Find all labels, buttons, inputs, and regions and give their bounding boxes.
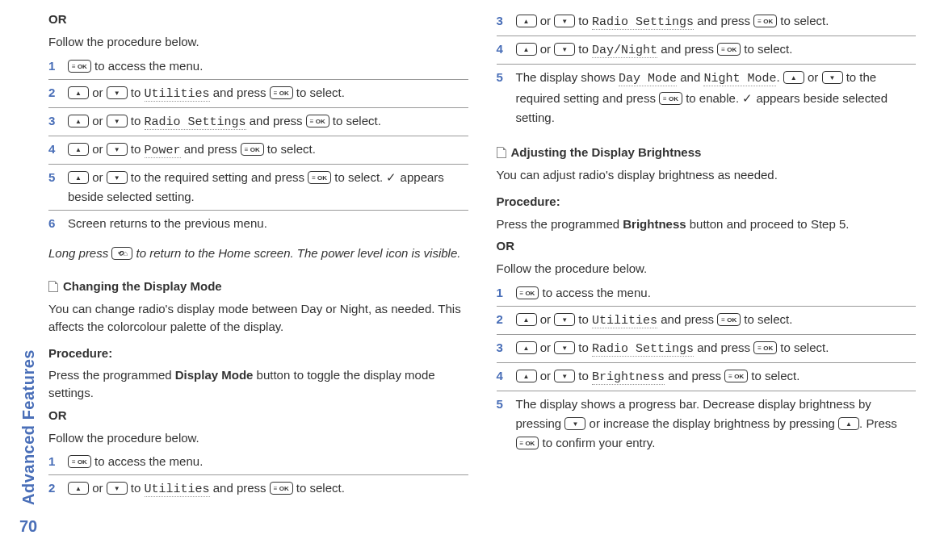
down-button-icon xyxy=(107,171,128,184)
step-text: to select. xyxy=(293,481,345,495)
menu-item: Radio Settings xyxy=(145,115,246,130)
step-text: to xyxy=(128,481,145,495)
step-number: 1 xyxy=(48,56,68,76)
step-row: 6 Screen returns to the previous menu. xyxy=(48,211,468,236)
step-text: and press xyxy=(210,86,270,99)
check-icon: ✓ xyxy=(742,91,753,105)
down-button-icon xyxy=(107,115,128,127)
step-text: to access the menu. xyxy=(539,286,650,299)
description-text: You can change radio's display mode betw… xyxy=(48,300,468,336)
step-text: to enable. xyxy=(682,91,742,105)
follow-text: Follow the procedure below. xyxy=(48,33,468,51)
procedure-text: Press the programmed Brightness button a… xyxy=(497,215,917,233)
or-label: OR xyxy=(48,408,67,422)
step-body: or to the required setting and press to … xyxy=(68,168,468,207)
step-number: 2 xyxy=(497,310,516,329)
step-text: The display shows xyxy=(516,70,619,84)
down-button-icon xyxy=(554,43,575,56)
section-heading: Adjusting the Display Brightness xyxy=(497,145,917,159)
step-text: or xyxy=(89,142,107,156)
right-column: 3 or to Radio Settings and press to sele… xyxy=(497,8,917,552)
step-number: 4 xyxy=(48,140,68,159)
step-number: 2 xyxy=(48,83,68,102)
step-text: to xyxy=(575,312,592,326)
step-text: to access the menu. xyxy=(91,59,203,73)
down-button-icon xyxy=(554,313,575,326)
down-button-icon xyxy=(107,482,128,495)
ok-button-icon xyxy=(717,43,741,56)
step-row: 2 or to Utilities and press to select. xyxy=(497,307,917,335)
step-number: 3 xyxy=(497,338,516,357)
document-icon xyxy=(497,147,506,158)
down-button-icon xyxy=(822,71,843,84)
step-text: or xyxy=(89,170,107,184)
up-button-icon xyxy=(516,341,537,354)
left-column: OR Follow the procedure below. 1 to acce… xyxy=(48,8,468,552)
section-heading: Changing the Display Mode xyxy=(48,279,468,293)
step-number: 5 xyxy=(497,395,516,414)
step-body: Screen returns to the previous menu. xyxy=(68,214,468,233)
menu-item: Radio Settings xyxy=(592,342,694,357)
step-text: to xyxy=(575,369,592,382)
down-button-icon xyxy=(107,86,128,99)
ok-button-icon xyxy=(68,60,91,73)
proc-part: button and proceed to Step 5. xyxy=(686,217,850,231)
procedure-label: Procedure: xyxy=(48,345,468,362)
heading-text: Adjusting the Display Brightness xyxy=(511,145,702,159)
step-row: 3 or to Radio Settings and press to sele… xyxy=(48,108,468,136)
step-number: 2 xyxy=(48,479,68,498)
step-body: or to Utilities and press to select. xyxy=(68,83,468,104)
step-body: to access the menu. xyxy=(68,452,468,471)
step-row: 2 or to Utilities and press to select. xyxy=(48,80,468,108)
step-row: 4 or to Power and press to select. xyxy=(48,136,468,165)
step-text: to select. xyxy=(777,341,829,354)
menu-item: Power xyxy=(145,144,181,158)
step-number: 5 xyxy=(48,168,68,187)
step-text: and press xyxy=(657,42,717,56)
step-body: or to Day/Night and press to select. xyxy=(516,40,917,61)
step-text: and press xyxy=(246,114,306,127)
step-text: to the required setting and press xyxy=(128,170,308,184)
ok-button-icon xyxy=(270,482,293,495)
ok-button-icon xyxy=(516,286,539,299)
step-text: to select. xyxy=(293,86,345,99)
step-number: 4 xyxy=(497,366,516,386)
step-text: to select. xyxy=(741,312,792,326)
proc-part: Press the programmed xyxy=(497,217,623,231)
ok-button-icon xyxy=(516,437,539,449)
step-body: or to Utilities and press to select. xyxy=(68,479,468,499)
section-label: Advanced Features xyxy=(19,349,38,505)
follow-text: Follow the procedure below. xyxy=(48,429,468,447)
step-text: to xyxy=(575,341,592,354)
step-number: 5 xyxy=(497,68,516,87)
up-button-icon xyxy=(516,43,537,56)
step-text: and press xyxy=(181,142,241,156)
proc-part: Press the programmed xyxy=(48,368,175,382)
step-row: 4 or to Day/Night and press to select. xyxy=(497,36,917,65)
step-text: . Press xyxy=(859,416,897,430)
up-button-icon xyxy=(68,171,89,184)
up-button-icon xyxy=(516,370,537,382)
sidebar: Advanced Features 70 xyxy=(8,8,48,552)
step-text: to xyxy=(128,114,145,127)
step-body: to access the menu. xyxy=(68,56,468,76)
step-text: or xyxy=(537,341,555,354)
step-body: or to Power and press to select. xyxy=(68,140,468,161)
step-row: 3 or to Radio Settings and press to sele… xyxy=(497,8,917,36)
down-button-icon xyxy=(554,15,575,27)
ok-button-icon xyxy=(270,86,293,99)
step-row: 1 to access the menu. xyxy=(497,280,917,307)
step-row: 1 to access the menu. xyxy=(48,53,468,80)
menu-item: Day Mode xyxy=(619,72,677,86)
down-button-icon xyxy=(554,341,575,354)
step-text: to xyxy=(128,86,145,99)
step-text: and press xyxy=(694,341,753,354)
step-row: 2 or to Utilities and press to select. xyxy=(48,475,468,503)
step-text: and press xyxy=(657,312,717,326)
step-text: to xyxy=(575,14,592,27)
description-text: You can adjust radio's display brightnes… xyxy=(497,166,917,184)
step-text: to select. xyxy=(777,14,829,27)
heading-text: Changing the Display Mode xyxy=(63,279,222,293)
step-text: or increase the display brightness by pr… xyxy=(585,416,838,430)
step-body: or to Radio Settings and press to select… xyxy=(516,11,917,32)
